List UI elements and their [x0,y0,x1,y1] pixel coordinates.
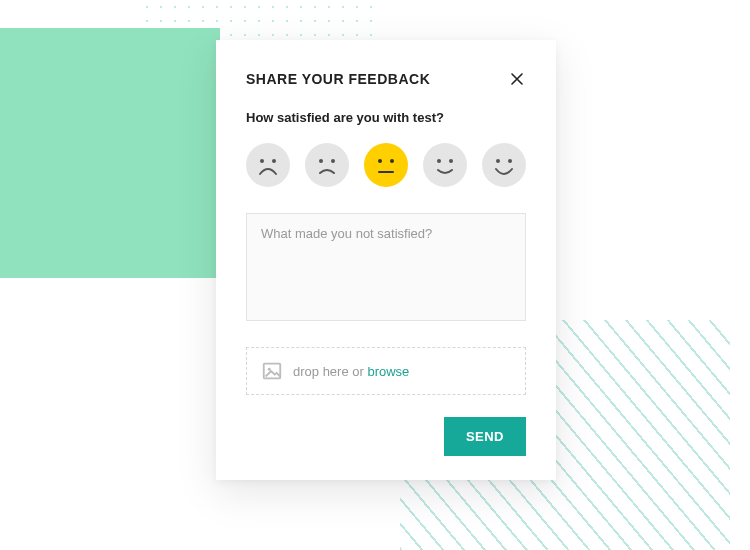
svg-point-5 [390,159,394,163]
face-very-unsatisfied[interactable] [246,143,290,187]
card-title: SHARE YOUR FEEDBACK [246,71,430,87]
feedback-card: SHARE YOUR FEEDBACK How satisfied are yo… [216,40,556,480]
face-very-satisfied-icon [482,143,526,187]
upload-text: drop here or browse [293,364,409,379]
upload-dropzone[interactable]: drop here or browse [246,347,526,395]
feedback-textarea[interactable] [246,213,526,321]
svg-point-2 [319,159,323,163]
rating-row [246,143,526,187]
upload-browse-link[interactable]: browse [367,364,409,379]
face-neutral[interactable] [364,143,408,187]
face-neutral-icon [364,143,408,187]
svg-point-10 [508,159,512,163]
actions-row: SEND [246,417,526,456]
svg-point-1 [272,159,276,163]
svg-point-12 [268,368,271,371]
close-button[interactable] [508,70,526,88]
svg-point-0 [260,159,264,163]
svg-point-9 [496,159,500,163]
card-header: SHARE YOUR FEEDBACK [246,70,526,88]
send-button[interactable]: SEND [444,417,526,456]
question-text: How satisfied are you with test? [246,110,526,125]
face-satisfied[interactable] [423,143,467,187]
face-very-unsatisfied-icon [246,143,290,187]
close-icon [511,73,523,85]
svg-point-4 [378,159,382,163]
face-unsatisfied-icon [305,143,349,187]
bg-mint-block [0,28,220,278]
face-unsatisfied[interactable] [305,143,349,187]
face-satisfied-icon [423,143,467,187]
svg-point-8 [449,159,453,163]
face-very-satisfied[interactable] [482,143,526,187]
svg-point-3 [331,159,335,163]
upload-text-prefix: drop here or [293,364,367,379]
image-icon [261,360,283,382]
svg-point-7 [437,159,441,163]
